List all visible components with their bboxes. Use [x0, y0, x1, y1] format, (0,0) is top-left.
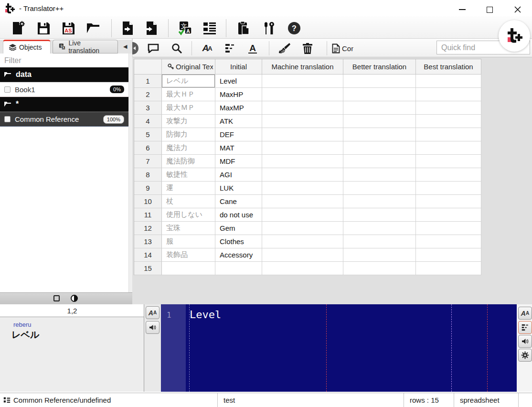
cell-initial[interactable]: MaxHP: [215, 88, 262, 101]
editor-settings-button[interactable]: [518, 349, 532, 362]
cell-best[interactable]: [416, 208, 481, 222]
comment-button[interactable]: [146, 42, 160, 54]
row-number[interactable]: 6: [134, 141, 162, 155]
batch-list-button[interactable]: [202, 20, 218, 36]
editor-speaker-button-right[interactable]: [518, 335, 532, 348]
row-number[interactable]: 7: [134, 155, 162, 168]
cell-better[interactable]: [343, 168, 416, 182]
row-number[interactable]: 2: [134, 88, 162, 101]
editor-font-button[interactable]: AA: [146, 306, 160, 319]
cell-initial[interactable]: do not use: [215, 208, 262, 222]
cell-machine[interactable]: [262, 235, 343, 248]
app-logo-badge[interactable]: [499, 20, 530, 52]
cell-best[interactable]: [416, 115, 481, 128]
open-folder-button[interactable]: [85, 20, 102, 36]
cell-better[interactable]: [343, 182, 416, 195]
save-button[interactable]: [35, 20, 52, 36]
cell-machine[interactable]: [262, 128, 343, 141]
cell-machine[interactable]: [262, 168, 343, 182]
cell-machine[interactable]: [262, 208, 343, 222]
cell-machine[interactable]: [262, 101, 343, 115]
tools-button[interactable]: [261, 20, 277, 36]
editor-segment-list-button[interactable]: [518, 321, 532, 334]
cell-original[interactable]: 最大ＨＰ: [162, 88, 215, 101]
search-button[interactable]: [170, 42, 184, 54]
cell-machine[interactable]: [262, 248, 343, 262]
filter-input[interactable]: [0, 54, 128, 67]
underline-a-button[interactable]: A: [245, 42, 260, 54]
header-initial[interactable]: Initial: [215, 59, 262, 75]
cell-better[interactable]: [343, 208, 416, 222]
minimize-button[interactable]: [452, 4, 473, 15]
row-number[interactable]: 1: [134, 75, 162, 88]
cell-initial[interactable]: Clothes: [215, 235, 262, 248]
cell-original[interactable]: 敏捷性: [162, 168, 215, 182]
tab-live-translation[interactable]: 文 A Live translation: [53, 40, 118, 54]
cell-better[interactable]: [343, 115, 416, 128]
cell-initial[interactable]: MaxMP: [215, 101, 262, 115]
cell-initial[interactable]: MAT: [215, 141, 262, 155]
new-file-button[interactable]: [10, 20, 26, 36]
help-button[interactable]: ?: [286, 20, 302, 36]
cell-original[interactable]: レベル: [162, 75, 215, 88]
cell-original[interactable]: 防御力: [162, 128, 215, 141]
cell-better[interactable]: [343, 262, 416, 275]
header-best[interactable]: Best translation: [416, 59, 481, 75]
cell-best[interactable]: [416, 155, 481, 168]
header-row-number[interactable]: [134, 59, 162, 75]
row-number[interactable]: 5: [134, 128, 162, 141]
cell-best[interactable]: [416, 262, 481, 275]
tree-item-book1[interactable]: Book1 0%: [0, 82, 128, 97]
book1-checkbox[interactable]: [4, 86, 11, 93]
row-number[interactable]: 8: [134, 168, 162, 182]
cell-initial[interactable]: AGI: [215, 168, 262, 182]
cell-initial[interactable]: MDF: [215, 155, 262, 168]
cell-better[interactable]: [343, 128, 416, 141]
cell-better[interactable]: [343, 195, 416, 208]
row-number[interactable]: 12: [134, 222, 162, 235]
header-machine[interactable]: Machine translation: [262, 59, 343, 75]
cell-original[interactable]: 服: [162, 235, 215, 248]
tree-folder-data[interactable]: data: [0, 67, 128, 82]
cell-better[interactable]: [343, 141, 416, 155]
cell-original[interactable]: 魔法力: [162, 141, 215, 155]
cell-better[interactable]: [343, 88, 416, 101]
cell-best[interactable]: [416, 101, 481, 115]
cell-machine[interactable]: [262, 195, 343, 208]
cell-best[interactable]: [416, 222, 481, 235]
cell-original[interactable]: 運: [162, 182, 215, 195]
cell-best[interactable]: [416, 182, 481, 195]
cell-best[interactable]: [416, 128, 481, 141]
cell-initial[interactable]: Cane: [215, 195, 262, 208]
cell-initial[interactable]: Accessory: [215, 248, 262, 262]
header-original[interactable]: Original Tex: [162, 59, 215, 75]
row-number[interactable]: 9: [134, 182, 162, 195]
row-number[interactable]: 10: [134, 195, 162, 208]
preview-romaji[interactable]: reberu: [13, 321, 32, 328]
save-as-button[interactable]: AS: [60, 20, 76, 36]
cell-original[interactable]: 最大ＭＰ: [162, 101, 215, 115]
cell-original[interactable]: 攻撃力: [162, 115, 215, 128]
header-better[interactable]: Better translation: [343, 59, 416, 75]
row-number[interactable]: 3: [134, 101, 162, 115]
panel-scrollbar[interactable]: [128, 54, 132, 292]
cell-machine[interactable]: [262, 222, 343, 235]
cell-best[interactable]: [416, 168, 481, 182]
cell-original[interactable]: 魔法防御: [162, 155, 215, 168]
cell-better[interactable]: [343, 235, 416, 248]
cell-machine[interactable]: [262, 75, 343, 88]
cell-machine[interactable]: [262, 155, 343, 168]
cell-machine[interactable]: [262, 182, 343, 195]
cell-original[interactable]: 使用しない: [162, 208, 215, 222]
cell-initial[interactable]: DEF: [215, 128, 262, 141]
trash-button[interactable]: [300, 42, 315, 54]
tree-item-common-reference[interactable]: Common Reference 100%: [0, 112, 128, 127]
cell-machine[interactable]: [262, 262, 343, 275]
cell-best[interactable]: [416, 75, 481, 88]
translate-button[interactable]: 文 A: [177, 20, 193, 36]
cell-machine[interactable]: [262, 115, 343, 128]
context-button[interactable]: Con: [332, 42, 353, 54]
cell-original[interactable]: 宝珠: [162, 222, 215, 235]
cell-best[interactable]: [416, 248, 481, 262]
close-button[interactable]: [507, 4, 528, 15]
